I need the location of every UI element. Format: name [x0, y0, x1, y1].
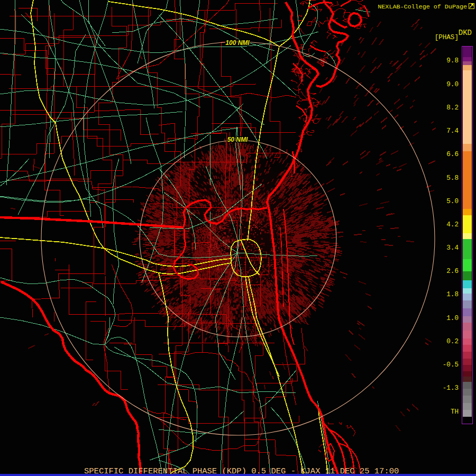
- svg-text:NEXLAB-College of DuPage: NEXLAB-College of DuPage: [378, 3, 467, 11]
- svg-text:2.6: 2.6: [446, 268, 459, 275]
- svg-text:7.4: 7.4: [446, 127, 459, 135]
- svg-text:3.4: 3.4: [446, 244, 459, 252]
- svg-text:TH: TH: [451, 408, 459, 416]
- svg-text:50 NMI: 50 NMI: [227, 136, 248, 143]
- svg-text:1.8: 1.8: [446, 291, 459, 298]
- svg-text:-0.5: -0.5: [443, 361, 459, 369]
- svg-text:6.6: 6.6: [446, 151, 459, 158]
- svg-text:5.8: 5.8: [446, 175, 459, 182]
- svg-text:4.2: 4.2: [446, 221, 459, 228]
- svg-text:100 NMI: 100 NMI: [225, 39, 250, 47]
- svg-text:8.2: 8.2: [446, 104, 459, 112]
- svg-text:-1.3: -1.3: [443, 385, 459, 392]
- svg-text:5.0: 5.0: [446, 198, 459, 205]
- svg-text:9.8: 9.8: [446, 57, 459, 65]
- svg-text:[PHAS]: [PHAS]: [435, 34, 459, 41]
- svg-text:1.0: 1.0: [446, 315, 459, 322]
- svg-text:9.0: 9.0: [446, 81, 459, 88]
- svg-text:0.2: 0.2: [446, 338, 459, 345]
- svg-text:DKD: DKD: [459, 29, 472, 37]
